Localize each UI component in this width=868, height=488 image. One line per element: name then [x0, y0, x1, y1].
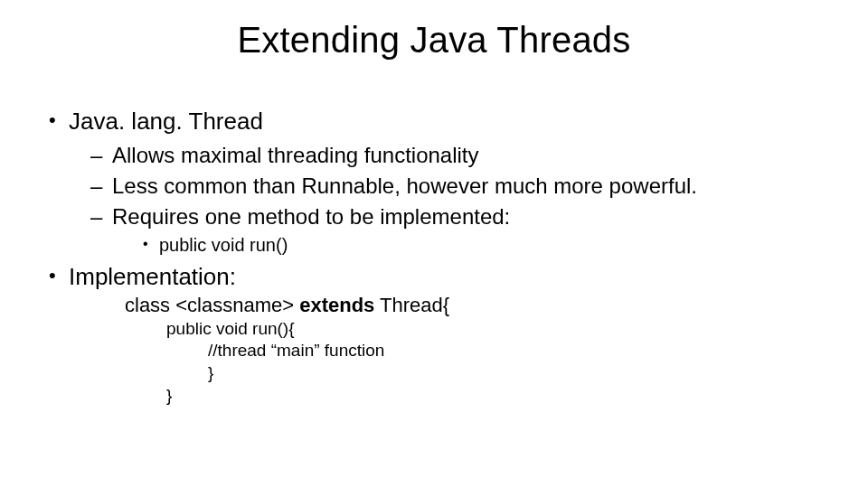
sub-allows-maximal: Allows maximal threading functionality [87, 142, 825, 169]
bullet-text: public void run() [159, 235, 288, 255]
slide-body: Java. lang. Thread Allows maximal thread… [43, 107, 825, 412]
code-line-class-extends: class <classname> extends Thread{ [125, 293, 825, 318]
slide-title: Extending Java Threads [0, 20, 868, 61]
bullet-text: Requires one method to be implemented: [112, 204, 510, 229]
code-inner: public void run(){ //thread “main” funct… [166, 318, 825, 408]
code-line-comment: //thread “main” function [208, 340, 825, 362]
code-line-close-inner: } [208, 362, 825, 385]
bullet-list-level2: Allows maximal threading functionality L… [69, 142, 825, 257]
bullet-implementation: Implementation: class <classname> extend… [43, 262, 825, 408]
code-block: class <classname> extends Thread{ public… [125, 293, 825, 407]
bullet-java-lang-thread: Java. lang. Thread Allows maximal thread… [43, 107, 825, 257]
code-text: class <classname> [125, 294, 299, 316]
bullet-list-level3: public void run() [112, 234, 825, 257]
code-line-run: public void run(){ [166, 318, 825, 341]
bullet-text: Implementation: [69, 263, 236, 290]
sub-requires-method: Requires one method to be implemented: p… [87, 203, 825, 257]
bullet-text: Less common than Runnable, however much … [112, 174, 697, 198]
sub-public-void-run: public void run() [139, 234, 825, 257]
bullet-text: Allows maximal threading functionality [112, 143, 479, 167]
slide: Extending Java Threads Java. lang. Threa… [0, 0, 868, 488]
code-line-close-outer: } [166, 385, 825, 408]
bullet-list-level1: Java. lang. Thread Allows maximal thread… [43, 107, 825, 407]
code-keyword-extends: extends [299, 294, 374, 316]
sub-less-common: Less common than Runnable, however much … [87, 173, 825, 200]
code-text: Thread{ [374, 294, 449, 316]
bullet-text: Java. lang. Thread [69, 108, 263, 135]
